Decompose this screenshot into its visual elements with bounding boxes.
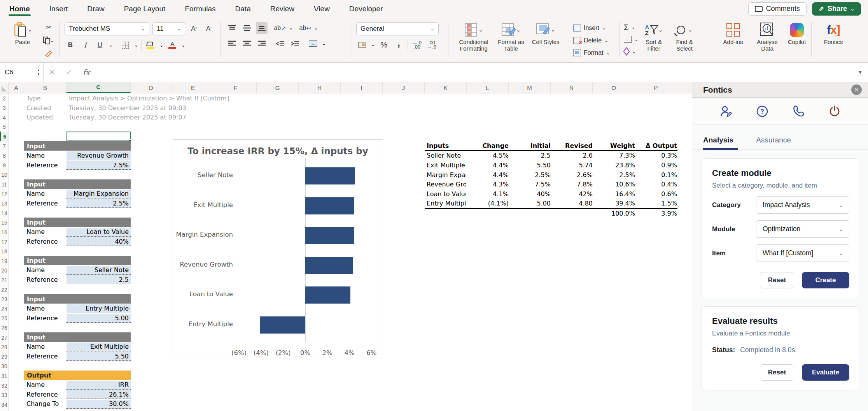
- column-header-I[interactable]: I: [341, 82, 383, 93]
- meta-label[interactable]: Type: [26, 93, 41, 103]
- format-cells-button[interactable]: Format ⌄: [573, 47, 610, 59]
- find-select-button[interactable]: ⌄ Find & Select: [669, 18, 700, 63]
- block-row-value[interactable]: 40%: [66, 237, 131, 246]
- align-center-button[interactable]: [241, 38, 253, 49]
- row-header-24[interactable]: 24: [0, 304, 9, 314]
- orientation-button[interactable]: ab↗: [274, 22, 286, 34]
- column-header-D[interactable]: D: [131, 82, 172, 93]
- meta-value[interactable]: Tuesday, 30 December 2025 at 09:07: [69, 112, 186, 122]
- column-header-C[interactable]: C: [66, 82, 131, 93]
- row-header-33[interactable]: 33: [0, 390, 9, 400]
- format-as-table-button[interactable]: ⌄ Format as Table: [493, 18, 529, 63]
- close-icon[interactable]: ✕: [851, 84, 862, 95]
- align-right-button[interactable]: [256, 38, 268, 49]
- block-row-value[interactable]: 30.0%: [66, 400, 131, 409]
- row-header-7[interactable]: 7: [0, 141, 9, 151]
- meta-value[interactable]: Impact Analysis > Optimization > What If…: [69, 93, 229, 103]
- column-header-L[interactable]: L: [467, 82, 509, 93]
- bold-button[interactable]: B: [65, 39, 76, 51]
- copilot-button[interactable]: Copilot: [783, 18, 810, 63]
- table-row[interactable]: Loan to Value4.1%40%42%16.4%0.6%: [425, 189, 677, 199]
- insert-function-icon[interactable]: fx: [78, 68, 95, 77]
- tab-draw[interactable]: Draw: [86, 2, 105, 16]
- block-row-value[interactable]: 2.5%: [66, 199, 131, 208]
- comments-button[interactable]: Comments: [748, 2, 807, 16]
- add-ins-button[interactable]: Add-ins: [718, 18, 748, 45]
- row-header-5[interactable]: 5: [0, 122, 9, 132]
- row-header-15[interactable]: 15: [0, 218, 9, 228]
- italic-button[interactable]: I: [79, 39, 91, 51]
- percent-style-button[interactable]: %: [378, 39, 390, 51]
- confirm-entry-icon[interactable]: ✓: [61, 68, 78, 77]
- table-row[interactable]: Margin Expansion4.4%2.5%2.6%2.5%0.1%: [425, 170, 677, 180]
- create-button[interactable]: Create: [802, 272, 849, 288]
- align-top-button[interactable]: [226, 22, 238, 34]
- align-middle-button[interactable]: [241, 22, 253, 34]
- block-row-value[interactable]: Exit Multiple: [66, 342, 131, 351]
- row-header-3[interactable]: 3: [0, 103, 9, 113]
- fill-color-button[interactable]: [145, 39, 156, 51]
- chevron-down-icon[interactable]: ⌄: [289, 25, 293, 31]
- select-all-corner[interactable]: [0, 82, 9, 93]
- cut-button[interactable]: ✂: [43, 21, 54, 33]
- increase-font-size-button[interactable]: A^: [188, 23, 200, 35]
- copy-button[interactable]: ⌄: [43, 35, 54, 46]
- row-header-10[interactable]: 10: [0, 170, 9, 180]
- tab-insert[interactable]: Insert: [49, 2, 69, 16]
- power-icon[interactable]: [827, 105, 842, 118]
- block-row-value[interactable]: Margin Expansion: [66, 190, 131, 198]
- chevron-down-icon[interactable]: ⌄: [181, 42, 185, 48]
- column-header-H[interactable]: H: [299, 82, 341, 93]
- create-reset-button[interactable]: Reset: [760, 272, 794, 288]
- column-header-K[interactable]: K: [425, 82, 467, 93]
- table-row[interactable]: Exit Multiple4.4%5.505.7423.8%0.9%: [425, 160, 677, 170]
- autosum-button[interactable]: Σ⌄: [624, 22, 638, 33]
- column-header-G[interactable]: G: [257, 82, 299, 93]
- meta-value[interactable]: Tuesday, 30 December 2025 at 09:03: [69, 103, 186, 113]
- wrap-text-button[interactable]: ab↩: [299, 22, 311, 34]
- decrease-decimal-button[interactable]: .00→.0: [426, 39, 438, 51]
- block-row-value[interactable]: 26.1%: [66, 390, 131, 399]
- column-header-F[interactable]: F: [214, 82, 257, 93]
- insert-cells-button[interactable]: ← Insert ⌄: [573, 22, 610, 34]
- tab-formulas[interactable]: Formulas: [184, 2, 216, 16]
- analyse-data-button[interactable]: Analyse Data: [752, 18, 782, 63]
- row-header-19[interactable]: 19: [0, 256, 9, 266]
- row-header-30[interactable]: 30: [0, 362, 9, 371]
- table-row[interactable]: Revenue Growth4.3%7.5%7.8%10.6%0.4%: [425, 179, 677, 189]
- evaluate-button[interactable]: Evaluate: [802, 364, 849, 381]
- share-button[interactable]: ⇗ Share ⌄: [812, 2, 861, 16]
- align-bottom-button[interactable]: [256, 22, 268, 34]
- column-header-N[interactable]: N: [551, 82, 593, 93]
- evaluate-reset-button[interactable]: Reset: [760, 364, 794, 381]
- row-header-21[interactable]: 21: [0, 275, 9, 285]
- cell-styles-button[interactable]: ⌄ Cell Styles: [530, 18, 561, 63]
- category-select[interactable]: Impact Analysis ⌄: [756, 196, 849, 214]
- row-header-26[interactable]: 26: [0, 323, 9, 333]
- tab-page-layout[interactable]: Page Layout: [123, 2, 166, 16]
- row-header-13[interactable]: 13: [0, 199, 9, 209]
- row-header-23[interactable]: 23: [0, 295, 9, 304]
- row-header-32[interactable]: 32: [0, 381, 9, 390]
- column-header-P[interactable]: P: [635, 82, 677, 93]
- comma-style-button[interactable]: ,: [393, 39, 404, 51]
- tab-review[interactable]: Review: [270, 2, 295, 16]
- delete-cells-button[interactable]: ✕ Delete ⌄: [573, 34, 610, 47]
- decrease-indent-button[interactable]: [274, 38, 286, 49]
- font-name-select[interactable]: Trebuchet MS ⌄: [65, 22, 149, 35]
- row-header-22[interactable]: 22: [0, 285, 9, 295]
- tab-developer[interactable]: Developer: [348, 2, 384, 16]
- row-header-11[interactable]: 11: [0, 179, 9, 189]
- tab-view[interactable]: View: [313, 2, 331, 16]
- tab-data[interactable]: Data: [234, 2, 252, 16]
- column-header-M[interactable]: M: [509, 82, 551, 93]
- module-select[interactable]: Optimization ⌄: [756, 220, 849, 238]
- meta-label[interactable]: Created: [26, 103, 51, 113]
- tab-home[interactable]: Home: [9, 2, 31, 16]
- row-header-12[interactable]: 12: [0, 189, 9, 199]
- tab-assurance[interactable]: Assurance: [756, 136, 791, 149]
- format-painter-button[interactable]: [43, 48, 54, 60]
- row-header-6[interactable]: 6: [0, 132, 9, 141]
- row-header-2[interactable]: 2: [0, 93, 9, 103]
- increase-decimal-button[interactable]: ←.0.00: [411, 39, 423, 51]
